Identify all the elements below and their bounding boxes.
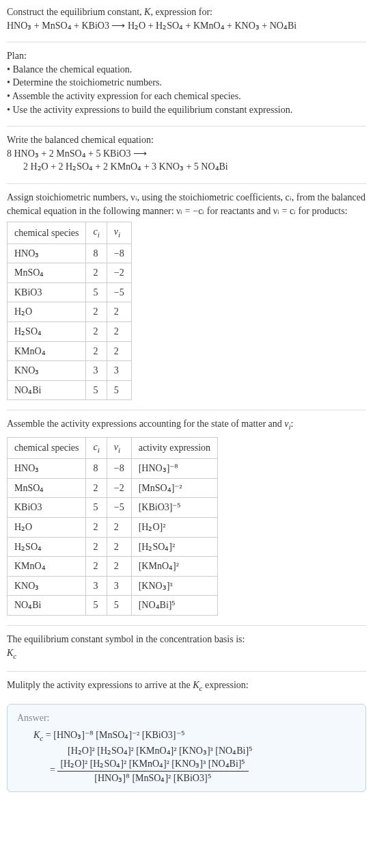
divider xyxy=(7,126,366,127)
balanced-line2: 2 H₂O + 2 H₂SO₄ + 2 KMnO₄ + 3 KNO₃ + 5 N… xyxy=(7,160,366,174)
cell: −5 xyxy=(107,498,131,518)
table-header-row: chemical species ci νi xyxy=(8,222,132,244)
table-row: MnSO₄2−2 xyxy=(8,263,132,283)
table-header: chemical species xyxy=(8,222,86,244)
divider xyxy=(7,671,366,672)
stoich-table: chemical species ci νi HNO₃8−8 MnSO₄2−2 … xyxy=(7,222,132,400)
answer-box: Answer: Kc = K_c = [HNO₃]⁻⁸ [MnSO₄]⁻² [K… xyxy=(7,704,366,793)
cell: 5 xyxy=(107,380,131,400)
cell: MnSO₄ xyxy=(8,263,86,283)
cell: KNO₃ xyxy=(8,576,86,596)
table-header-row: chemical species ci νi activity expressi… xyxy=(8,437,218,458)
stoich-intro: Assign stoichiometric numbers, νᵢ, using… xyxy=(7,191,366,218)
symbol-section: The equilibrium constant symbol in the c… xyxy=(7,633,366,661)
answer-label: Answer: xyxy=(17,711,356,725)
cell: H₂SO₄ xyxy=(8,321,86,341)
cell: [MnSO₄]⁻² xyxy=(131,478,217,498)
plan-item: • Determine the stoichiometric numbers. xyxy=(7,76,366,90)
cell: 2 xyxy=(86,518,107,538)
cell: 2 xyxy=(86,341,107,361)
plan-item: • Assemble the activity expression for e… xyxy=(7,90,366,103)
cell: −8 xyxy=(107,244,131,263)
answer-line1: Kc = K_c = [HNO₃]⁻⁸ [MnSO₄]⁻² [KBiO3]⁻⁵[… xyxy=(33,728,356,744)
plan-item-text: Use the activity expressions to build th… xyxy=(12,105,292,115)
cell: H₂SO₄ xyxy=(8,537,86,557)
plan-section: Plan: • Balance the chemical equation. •… xyxy=(7,49,366,116)
cell: KBiO3 xyxy=(8,498,86,518)
activity-table: chemical species ci νi activity expressi… xyxy=(7,437,218,616)
cell: 3 xyxy=(86,361,107,381)
divider xyxy=(7,183,366,184)
cell: 2 xyxy=(107,302,131,322)
cell: 3 xyxy=(86,576,107,596)
title-text: Construct the equilibrium constant, K, e… xyxy=(7,5,366,19)
multiply-label: Mulitply the activity expressions to arr… xyxy=(7,679,366,694)
plan-item-text: Assemble the activity expression for eac… xyxy=(12,91,241,101)
table-header: νi xyxy=(107,222,131,244)
cell: H₂O xyxy=(8,302,86,322)
plan-item-text: Balance the chemical equation. xyxy=(12,64,132,75)
cell: −5 xyxy=(107,282,131,302)
cell: [KMnO₄]² xyxy=(131,557,217,577)
cell: [NO₄Bi]⁵ xyxy=(131,596,217,616)
activity-intro: Assemble the activity expressions accoun… xyxy=(7,417,366,432)
table-row: HNO₃8−8 xyxy=(8,244,132,263)
table-row: NO₄Bi55 xyxy=(8,380,132,400)
cell: 2 xyxy=(86,263,107,283)
table-header: chemical species xyxy=(8,437,86,458)
cell: MnSO₄ xyxy=(8,478,86,498)
table-row: KNO₃33 xyxy=(8,361,132,381)
cell: 2 xyxy=(107,557,131,577)
cell: 2 xyxy=(107,518,131,538)
cell: [HNO₃]⁻⁸ xyxy=(131,459,217,479)
cell: 3 xyxy=(107,361,131,381)
cell: 2 xyxy=(86,321,107,341)
cell: 2 xyxy=(86,478,107,498)
cell: 3 xyxy=(107,576,131,596)
answer-content: Kc = K_c = [HNO₃]⁻⁸ [MnSO₄]⁻² [KBiO3]⁻⁵[… xyxy=(17,728,356,785)
symbol-label: The equilibrium constant symbol in the c… xyxy=(7,633,366,646)
cell: 5 xyxy=(86,498,107,518)
cell: 2 xyxy=(107,537,131,557)
cell: [H₂SO₄]² xyxy=(131,537,217,557)
table-header: νi xyxy=(107,437,131,458)
table-row: H₂O22 xyxy=(8,302,132,322)
answer-fraction: = [H₂O]² [H₂SO₄]² [KMnO₄]² [KNO₃]³ [NO₄B… xyxy=(33,757,356,785)
cell: −2 xyxy=(107,263,131,283)
cell: HNO₃ xyxy=(8,244,86,263)
divider xyxy=(7,42,366,42)
cell: H₂O xyxy=(8,518,86,538)
table-header: ci xyxy=(86,222,107,244)
cell: 2 xyxy=(86,557,107,577)
table-header: ci xyxy=(86,437,107,458)
cell: 8 xyxy=(86,459,107,479)
cell: 2 xyxy=(86,302,107,322)
cell: KMnO₄ xyxy=(8,341,86,361)
balanced-label: Write the balanced chemical equation: xyxy=(7,133,366,147)
cell: 2 xyxy=(86,537,107,557)
stoich-section: Assign stoichiometric numbers, νᵢ, using… xyxy=(7,191,366,400)
table-row: KBiO35−5[KBiO3]⁻⁵ xyxy=(8,498,218,518)
table-row: KMnO₄22[KMnO₄]² xyxy=(8,557,218,577)
cell: [H₂O]² xyxy=(131,518,217,538)
cell: −2 xyxy=(107,478,131,498)
cell: 5 xyxy=(86,282,107,302)
symbol: Kc xyxy=(7,646,366,661)
answer-line2: [H₂O]² [H₂SO₄]² [KMnO₄]² [KNO₃]³ [NO₄Bi]… xyxy=(33,744,356,758)
table-row: KNO₃33[KNO₃]³ xyxy=(8,576,218,596)
cell: KMnO₄ xyxy=(8,557,86,577)
table-row: MnSO₄2−2[MnSO₄]⁻² xyxy=(8,478,218,498)
cell: 8 xyxy=(86,244,107,263)
table-row: H₂SO₄22[H₂SO₄]² xyxy=(8,537,218,557)
cell: 2 xyxy=(107,321,131,341)
plan-item: • Balance the chemical equation. xyxy=(7,63,366,77)
cell: KBiO3 xyxy=(8,282,86,302)
cell: NO₄Bi xyxy=(8,380,86,400)
cell: HNO₃ xyxy=(8,459,86,479)
table-row: KMnO₄22 xyxy=(8,341,132,361)
balanced-line1: 8 HNO₃ + 2 MnSO₄ + 5 KBiO3 ⟶ xyxy=(7,147,366,161)
divider xyxy=(7,625,366,626)
activity-section: Assemble the activity expressions accoun… xyxy=(7,417,366,616)
table-row: KBiO35−5 xyxy=(8,282,132,302)
unbalanced-equation: HNO₃ + MnSO₄ + KBiO3 ⟶ H₂O + H₂SO₄ + KMn… xyxy=(7,19,366,33)
